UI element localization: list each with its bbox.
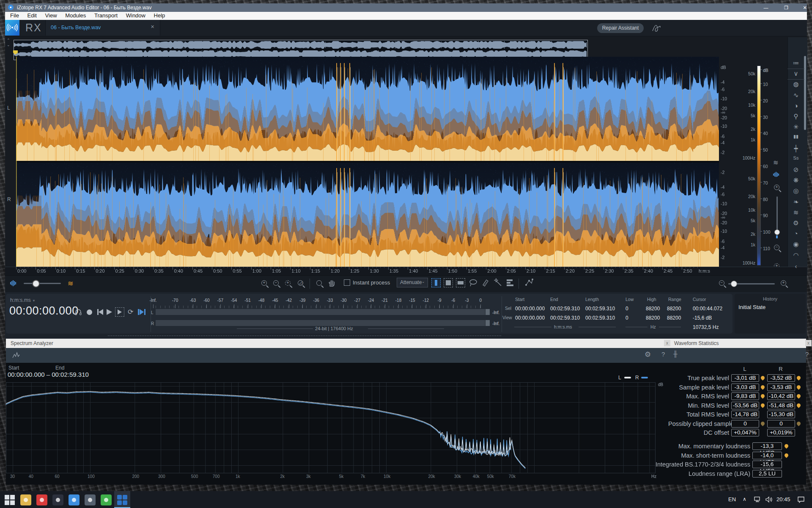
taskbar-app-dark[interactable] bbox=[52, 494, 63, 505]
view-high[interactable]: 88200 bbox=[646, 315, 660, 321]
waveform-view-icon[interactable] bbox=[10, 280, 16, 286]
menu-help[interactable]: Help bbox=[151, 12, 169, 19]
vertical-zoom-in-icon[interactable]: + bbox=[774, 185, 779, 190]
zoom-last-icon[interactable]: ◿ bbox=[298, 280, 303, 286]
volume-icon[interactable] bbox=[765, 496, 773, 505]
spectral-repair-icon[interactable]: ❋ bbox=[787, 177, 804, 184]
fade-icon[interactable]: ◠ bbox=[787, 251, 804, 259]
collapse-down-icon[interactable]: ⌄ bbox=[7, 43, 10, 47]
play-button[interactable] bbox=[107, 309, 112, 315]
sel-low[interactable]: 0 bbox=[625, 306, 628, 312]
brush-tool-icon[interactable] bbox=[481, 278, 490, 288]
menu-file[interactable]: File bbox=[7, 12, 22, 19]
taskbar-app-green[interactable] bbox=[101, 494, 112, 505]
dialogue-contour-icon[interactable]: ◔ bbox=[787, 230, 804, 237]
menu-transport[interactable]: Transport bbox=[91, 12, 121, 19]
view-end[interactable]: 00:02:59.310 bbox=[550, 315, 580, 321]
repair-assistant-button[interactable]: Repair Assistant bbox=[597, 23, 644, 33]
sel-length[interactable]: 00:02:59.310 bbox=[585, 306, 615, 312]
menu-modules[interactable]: Modules bbox=[62, 12, 89, 19]
module-list-icon[interactable]: ≔ bbox=[787, 59, 804, 69]
taskbar-browser-blue[interactable] bbox=[69, 494, 80, 505]
horizontal-zoom-in-icon[interactable]: + bbox=[781, 280, 786, 286]
close-button[interactable]: ✕ bbox=[798, 3, 812, 12]
time-format-selector[interactable]: h:m:s.ms ▼ bbox=[10, 297, 36, 303]
overview-waveform[interactable] bbox=[14, 40, 587, 59]
menu-view[interactable]: View bbox=[42, 12, 60, 19]
loop-button[interactable]: ⟳ bbox=[128, 308, 133, 316]
de-hum-icon[interactable]: ⊘ bbox=[787, 166, 804, 174]
file-tab[interactable]: 06 - Быть Везде.wav ✕ bbox=[45, 20, 160, 36]
de-noise-icon[interactable]: ✳ bbox=[787, 123, 804, 131]
spectrogram-view[interactable] bbox=[16, 57, 719, 267]
resize-handle[interactable] bbox=[108, 335, 501, 336]
vertical-zoom-out-icon[interactable]: − bbox=[774, 245, 779, 250]
waveform-statistics-title[interactable]: Waveform Statistics bbox=[674, 340, 719, 346]
notification-icon[interactable] bbox=[797, 496, 805, 505]
de-wind-icon[interactable]: ≋ bbox=[787, 209, 804, 216]
tray-chevron-icon[interactable]: ∧ bbox=[743, 496, 746, 502]
record-button[interactable] bbox=[87, 309, 92, 315]
view-length[interactable]: 00:02:59.310 bbox=[585, 315, 615, 321]
taskbar-file-explorer[interactable] bbox=[20, 494, 31, 505]
de-clip-icon[interactable]: ◑ bbox=[787, 102, 804, 109]
de-plosive-icon[interactable]: ⚲ bbox=[787, 113, 804, 120]
language-indicator[interactable]: EN bbox=[728, 496, 736, 502]
statistics-close-icon[interactable]: x bbox=[805, 340, 812, 346]
spectrum-analyzer-title[interactable]: Spectrum Analyzer bbox=[11, 340, 53, 346]
time-selection-tool[interactable] bbox=[431, 278, 441, 287]
monitor-icon[interactable] bbox=[74, 308, 82, 318]
view-blend-knob[interactable] bbox=[32, 280, 40, 287]
magnify-tool-icon[interactable] bbox=[316, 280, 322, 286]
zoom-in-icon[interactable]: + bbox=[261, 280, 267, 286]
waveform-mode-icon[interactable] bbox=[773, 172, 779, 177]
horizontal-zoom-knob[interactable] bbox=[731, 281, 737, 287]
play-selection-button[interactable] bbox=[115, 307, 124, 317]
network-icon[interactable] bbox=[754, 496, 761, 505]
history-entry[interactable]: Initial State bbox=[738, 304, 765, 310]
spectrum-close-icon[interactable]: x bbox=[664, 340, 670, 346]
spectrum-plot[interactable] bbox=[6, 382, 656, 473]
spectrogram-mode-icon[interactable]: ≋ bbox=[773, 159, 779, 166]
composite-view-icon[interactable]: ▮▮ bbox=[787, 134, 804, 139]
maximize-button[interactable]: ❐ bbox=[779, 3, 793, 12]
vertical-zoom-slider-knob[interactable] bbox=[774, 229, 780, 235]
sel-high[interactable]: 88200 bbox=[646, 306, 660, 312]
spectrum-trace-icon[interactable] bbox=[12, 351, 21, 361]
collapse-panel-icon[interactable]: ‹ bbox=[787, 262, 804, 270]
view-low[interactable]: 0 bbox=[625, 315, 628, 321]
meter-config-icon[interactable]: ╫ bbox=[673, 351, 678, 357]
tab-close-icon[interactable]: ✕ bbox=[151, 24, 154, 30]
freq-unit-label[interactable]: Hz bbox=[650, 324, 656, 329]
minimize-button[interactable]: — bbox=[759, 3, 773, 12]
taskbar-app-red[interactable] bbox=[36, 494, 47, 505]
view-blend-slider[interactable] bbox=[24, 283, 61, 284]
process-mode-dropdown[interactable]: Attenuate ⌄ bbox=[397, 278, 428, 287]
de-click-icon[interactable]: ∿ bbox=[787, 91, 804, 99]
taskbar-izotope-rx[interactable] bbox=[117, 494, 128, 505]
view-start[interactable]: 00:00:00.000 bbox=[515, 315, 545, 321]
de-reverb-icon[interactable]: ◎ bbox=[787, 187, 804, 195]
start-button[interactable] bbox=[4, 494, 15, 505]
vertical-zoom-slider[interactable] bbox=[776, 196, 778, 235]
view-range[interactable]: 88200 bbox=[667, 315, 681, 321]
de-crackle-icon[interactable]: ┿ bbox=[787, 145, 804, 152]
more-modules-icon[interactable]: ∨ bbox=[787, 70, 804, 80]
spectrum-help-icon[interactable]: ? bbox=[661, 351, 665, 358]
grab-tool-icon[interactable] bbox=[327, 279, 336, 289]
spectrogram-canvas[interactable] bbox=[16, 57, 719, 267]
sel-range[interactable]: 88200 bbox=[667, 306, 681, 312]
sel-end[interactable]: 00:02:59.310 bbox=[550, 306, 580, 312]
zoom-out-icon[interactable]: − bbox=[273, 280, 279, 286]
sel-start[interactable]: 00:00:00.000 bbox=[515, 306, 545, 312]
time-unit-label[interactable]: h:m:s.ms bbox=[554, 324, 572, 329]
collapse-up-icon[interactable]: ⌃ bbox=[7, 38, 10, 42]
frequency-selection-tool[interactable] bbox=[456, 278, 465, 287]
de-ess-icon[interactable]: Ss bbox=[787, 155, 804, 160]
magic-wand-tool-icon[interactable] bbox=[493, 278, 502, 289]
spectrogram-view-icon[interactable]: ≋ bbox=[68, 279, 73, 287]
time-frequency-selection-tool[interactable] bbox=[444, 278, 453, 287]
statistics-help-icon[interactable]: ? bbox=[805, 351, 809, 358]
taskbar-app-steel[interactable] bbox=[85, 494, 96, 505]
de-rustle-icon[interactable]: ❧ bbox=[787, 198, 804, 206]
